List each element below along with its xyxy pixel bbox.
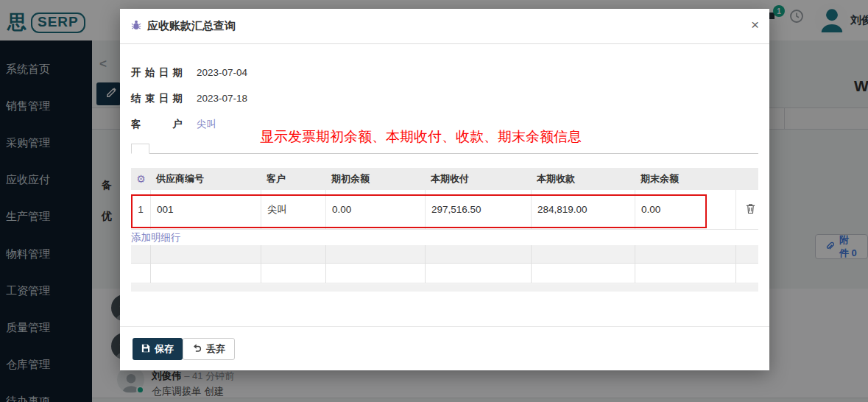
col-header-supplier-code[interactable]: 供应商编号 [151, 168, 261, 190]
undo-icon [192, 343, 202, 355]
col-header-period-payments[interactable]: 本期收付 [426, 168, 532, 190]
modal-title: 应收账款汇总查询 [147, 19, 236, 33]
tab-divider [131, 153, 758, 154]
red-annotation: 显示发票期初余额、本期收付、收款、期末余额信息 [260, 127, 582, 147]
start-date-field: 开始日期 2023-07-04 [131, 66, 247, 80]
trash-icon[interactable] [746, 203, 755, 216]
footer-divider [120, 326, 769, 327]
save-button[interactable]: 保存 [133, 338, 183, 360]
summary-table: ⚙ 供应商编号 客户 期初余额 本期收付 本期收款 期末余额 1 001 尖叫 … [131, 168, 758, 292]
discard-label: 丢弃 [206, 342, 225, 356]
screen: 思 SERP 1 刘俊伟 系统首页 销售管理 采购管理 应收应付 生产管理 物料… [0, 0, 868, 402]
end-date-value[interactable]: 2023-07-18 [197, 93, 247, 104]
row-index: 1 [131, 190, 151, 229]
empty-table-row [131, 264, 758, 283]
col-header-opening-balance[interactable]: 期初余额 [326, 168, 426, 190]
add-detail-row-link[interactable]: 添加明细行 [131, 230, 758, 245]
empty-table-row [131, 245, 758, 264]
cell-supplier-code[interactable]: 001 [151, 190, 261, 229]
col-header-customer[interactable]: 客户 [261, 168, 326, 190]
delete-row-cell[interactable] [736, 190, 758, 229]
cell-period-receipts[interactable]: 284,819.00 [532, 190, 635, 229]
table-header-row: ⚙ 供应商编号 客户 期初余额 本期收付 本期收款 期末余额 [131, 168, 758, 190]
gear-icon[interactable]: ⚙ [136, 173, 146, 185]
start-date-value[interactable]: 2023-07-04 [197, 67, 247, 78]
customer-field: 客户 尖叫 [131, 118, 216, 131]
cell-period-payments[interactable]: 297,516.50 [426, 190, 532, 229]
col-header-period-receipts[interactable]: 本期收款 [532, 168, 635, 190]
discard-button[interactable]: 丢弃 [183, 338, 235, 360]
cell-customer[interactable]: 尖叫 [261, 190, 326, 229]
cell-closing-balance[interactable]: 0.00 [635, 190, 736, 229]
save-label: 保存 [155, 342, 174, 356]
end-date-field: 结束日期 2023-07-18 [131, 92, 247, 105]
cell-opening-balance[interactable]: 0.00 [326, 190, 426, 229]
save-icon [141, 344, 150, 355]
col-header-closing-balance[interactable]: 期末余额 [635, 168, 736, 190]
receivables-summary-modal: 应收账款汇总查询 × 开始日期 2023-07-04 结束日期 2023-07-… [120, 9, 769, 370]
customer-label: 客户 [131, 118, 183, 131]
end-date-label: 结束日期 [131, 92, 183, 105]
start-date-label: 开始日期 [131, 66, 183, 80]
bug-icon [131, 19, 141, 33]
customer-link[interactable]: 尖叫 [197, 118, 216, 131]
table-footer-strip [131, 284, 758, 292]
table-row: 1 001 尖叫 0.00 297,516.50 284,819.00 0.00 [131, 190, 758, 230]
empty-tab[interactable] [131, 144, 149, 154]
modal-header: 应收账款汇总查询 × [120, 9, 769, 44]
close-icon[interactable]: × [751, 18, 759, 32]
